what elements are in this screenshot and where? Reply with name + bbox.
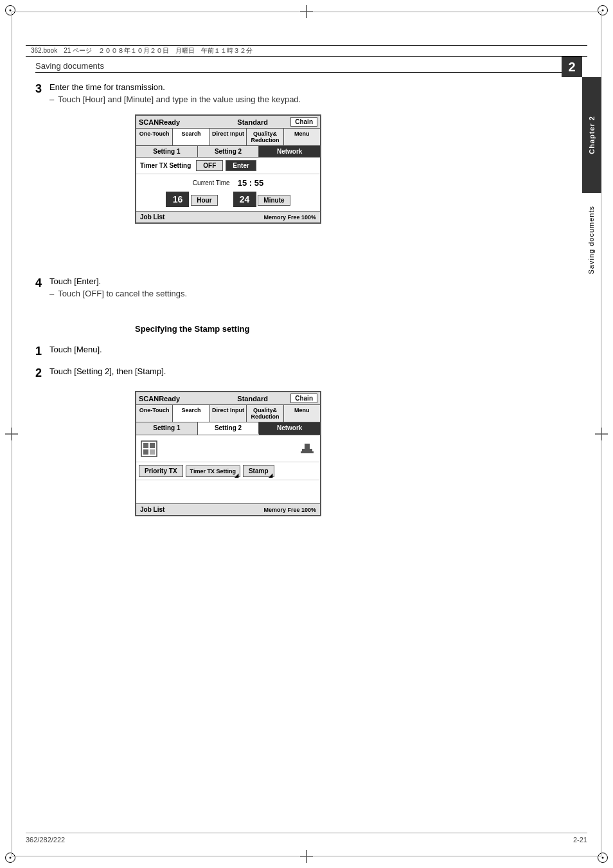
- panel2-header: SCANReady Standard Chain: [136, 392, 320, 405]
- stamp-icon: [298, 440, 316, 458]
- stamp-heading: Specifying the Stamp setting: [135, 324, 249, 334]
- panel1-time-boxes: 16 Hour 24 Minute: [136, 189, 320, 211]
- step3-text: Enter the time for transmission.: [49, 82, 301, 92]
- panel2-bottom-bar: Job List Memory Free 100%: [136, 503, 320, 515]
- panel1-off-btn[interactable]: OFF: [196, 160, 223, 171]
- panel1-quality[interactable]: Quality& Reduction: [247, 129, 283, 145]
- panel1-bottom-bar: Job List Memory Free 100%: [136, 211, 320, 222]
- panel1-enter-btn[interactable]: Enter: [226, 160, 256, 171]
- chapter-tab: Chapter 2: [582, 77, 601, 193]
- stamp-step2-block: 2 Touch [Setting 2], then [Stamp].: [35, 366, 166, 380]
- panel2-memory: Memory Free 100%: [263, 507, 316, 513]
- panel1-joblist[interactable]: Job List: [140, 213, 164, 221]
- panel2-chain: Chain: [290, 393, 317, 403]
- panel1-btn-row: One-Touch Search Direct Input Quality& R…: [136, 129, 320, 146]
- panel2-btn-row: One-Touch Search Direct Input Quality& R…: [136, 405, 320, 422]
- panel2-icon-row: [136, 435, 320, 462]
- panel1-minute-value: 24: [233, 192, 256, 207]
- panel2-priority-btn[interactable]: Priority TX: [139, 465, 183, 477]
- step3-number: 3: [35, 82, 42, 96]
- footer-right: 2-21: [573, 836, 587, 844]
- svg-rect-2: [143, 449, 148, 455]
- panel1-menu[interactable]: Menu: [284, 129, 320, 145]
- chapter-number: 2: [568, 60, 575, 75]
- stamp-step2-number: 2: [35, 366, 42, 380]
- svg-rect-3: [150, 443, 155, 448]
- step4-number: 4: [35, 276, 42, 290]
- panel2-quality[interactable]: Quality& Reduction: [247, 405, 283, 422]
- panel1-hour-box: 16 Hour: [166, 192, 217, 207]
- panel1-tab-setting1[interactable]: Setting 1: [136, 146, 198, 157]
- panel2-tab-network[interactable]: Network: [259, 422, 320, 435]
- panel2-timer-btn[interactable]: Timer TX Setting ◢: [186, 466, 240, 477]
- footer-left: 362/282/222: [26, 836, 65, 844]
- panel1-chain: Chain: [290, 117, 317, 127]
- panel2-standard: Standard: [215, 395, 290, 402]
- panel1-tab-network[interactable]: Network: [259, 146, 320, 157]
- chapter-number-badge: 2: [562, 57, 582, 77]
- panel1-hour-value: 16: [166, 192, 189, 207]
- panel2: SCANReady Standard Chain One-Touch Searc…: [135, 391, 321, 516]
- panel2-stamp-btn[interactable]: Stamp ◢: [243, 465, 274, 477]
- panel1-minute-label: Minute: [258, 195, 290, 206]
- panel1-standard: Standard: [215, 118, 290, 126]
- stamp-step1-number: 1: [35, 345, 42, 358]
- step4-subtext: Touch [OFF] to cancel the settings.: [58, 289, 187, 298]
- panel2-tab-row: Setting 1 Setting 2 Network: [136, 422, 320, 435]
- panel1-header: SCANReady Standard Chain: [136, 116, 320, 129]
- panel1-hour-label: Hour: [191, 195, 217, 206]
- stamp-heading-block: Specifying the Stamp setting: [135, 324, 249, 334]
- heading-rule: [35, 72, 582, 73]
- saving-docs-vertical: Saving documents: [583, 206, 599, 275]
- panel1-currenttime-row: Current Time 15 : 55: [136, 174, 320, 189]
- panel2-empty-area: [136, 480, 320, 503]
- step3-dash: –: [49, 95, 54, 104]
- panel2-directinput[interactable]: Direct Input: [210, 405, 247, 422]
- panel2-tab-setting1[interactable]: Setting 1: [136, 422, 198, 435]
- panel2-scanready: SCANReady: [139, 395, 215, 402]
- stamp-step1-text: Touch [Menu].: [49, 345, 102, 354]
- saving-docs-text: Saving documents: [587, 206, 595, 275]
- panel2-onetouch[interactable]: One-Touch: [136, 405, 173, 422]
- panel2-search[interactable]: Search: [173, 405, 209, 422]
- section-heading: Saving documents: [35, 61, 104, 71]
- step4-text: Touch [Enter].: [49, 276, 187, 286]
- step4-dash: –: [49, 289, 54, 298]
- step3-subtext: Touch [Hour] and [Minute] and type in th…: [58, 95, 301, 104]
- svg-rect-6: [305, 444, 310, 450]
- panel1-search[interactable]: Search: [173, 129, 209, 145]
- svg-rect-1: [143, 443, 148, 448]
- panel1-memory: Memory Free 100%: [263, 214, 316, 221]
- panel1-tab-setting2[interactable]: Setting 2: [198, 146, 260, 157]
- footer-bar: 362/282/222 2-21: [26, 833, 587, 844]
- step4-block: 4 Touch [Enter]. – Touch [OFF] to cancel…: [35, 276, 187, 298]
- panel1-onetouch[interactable]: One-Touch: [136, 129, 173, 145]
- panel1-currenttime-value: 15 : 55: [238, 178, 263, 188]
- panel1-timer-label: Timer TX Setting: [140, 162, 191, 169]
- panel2-joblist[interactable]: Job List: [140, 506, 164, 513]
- panel1-tab-row: Setting 1 Setting 2 Network: [136, 146, 320, 158]
- stamp-step1-block: 1 Touch [Menu].: [35, 345, 102, 358]
- panel1-scanready: SCANReady: [139, 118, 215, 126]
- stamp-step2-text: Touch [Setting 2], then [Stamp].: [49, 366, 166, 376]
- priority-icon: [140, 440, 158, 458]
- panel1-directinput[interactable]: Direct Input: [210, 129, 247, 145]
- panel1-currenttime-label: Current Time: [193, 179, 230, 186]
- panel1-timer-row: Timer TX Setting OFF Enter: [136, 158, 320, 174]
- panel1-minute-box: 24 Minute: [233, 192, 290, 207]
- chapter-tab-text: Chapter 2: [588, 116, 596, 154]
- panel2-tab-setting2[interactable]: Setting 2: [198, 422, 260, 435]
- panel1: SCANReady Standard Chain One-Touch Searc…: [135, 114, 321, 224]
- svg-rect-7: [301, 451, 314, 453]
- panel2-menu[interactable]: Menu: [284, 405, 320, 422]
- panel2-action-row: Priority TX Timer TX Setting ◢ Stamp ◢: [136, 462, 320, 480]
- svg-rect-4: [150, 449, 155, 455]
- step3-block: 3 Enter the time for transmission. – Tou…: [35, 82, 301, 104]
